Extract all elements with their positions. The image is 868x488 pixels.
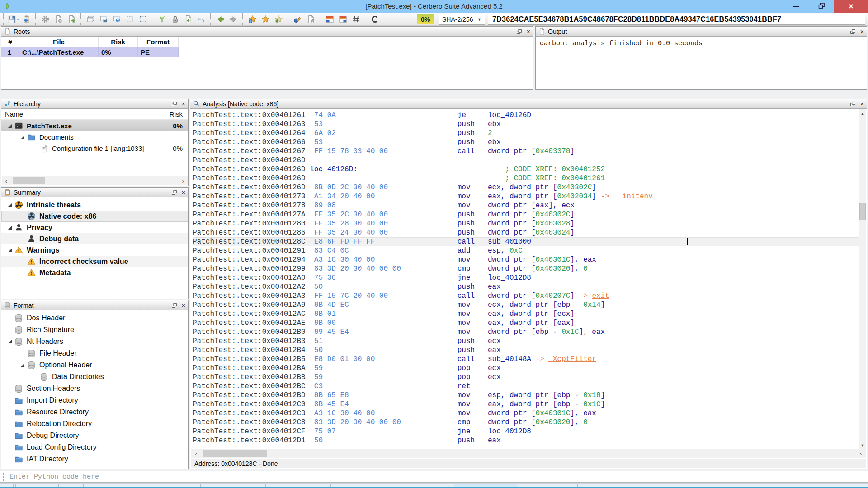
disasm-line[interactable]: PatchTest:.text:0x00401278 89 08 mov dwo… — [193, 201, 866, 210]
disasm-line[interactable]: PatchTest:.text:0x00401286 FF 35 24 30 4… — [193, 228, 866, 237]
format-item[interactable]: Rich Signature — [1, 324, 188, 336]
scroll-down-icon[interactable]: ▼ — [859, 442, 866, 449]
carbon-button[interactable] — [368, 14, 382, 25]
layout-a-button[interactable] — [323, 14, 336, 25]
hash-value-field[interactable]: 7D3624CAE5E34678B1A59C48678FC28D811BBDE8… — [488, 14, 865, 25]
window-refresh-button[interactable] — [110, 14, 123, 25]
drag-grip-icon[interactable] — [3, 473, 4, 481]
column-header-num[interactable]: # — [1, 37, 19, 47]
select-b-button[interactable] — [137, 14, 150, 25]
format-item[interactable]: Load Config Directory — [1, 441, 188, 453]
float-panel-icon[interactable] — [850, 29, 856, 35]
scroll-left-icon[interactable]: ‹ — [192, 449, 201, 458]
close-button[interactable]: × — [834, 0, 868, 13]
minimize-button[interactable] — [783, 0, 809, 13]
gear-button[interactable] — [39, 14, 52, 25]
disasm-line[interactable]: PatchTest:.text:0x004012C8 83 3D 20 30 4… — [193, 418, 866, 427]
close-panel-icon[interactable]: × — [527, 28, 530, 35]
disasm-line[interactable]: PatchTest:.text:0x004012CF 75 07 jne loc… — [193, 427, 866, 436]
summary-item[interactable]: Privacy — [1, 222, 188, 233]
column-header-format[interactable]: Format — [138, 37, 179, 47]
hierarchy-name-column-header[interactable]: Name — [5, 110, 23, 118]
disasm-line[interactable]: PatchTest:.text:0x00401267 FF 15 78 33 4… — [193, 147, 866, 156]
taskbar-segment[interactable] — [580, 484, 647, 488]
disasm-line[interactable]: PatchTest:.text:0x0040126D 8B 0D 2C 30 4… — [193, 183, 866, 192]
disasm-line[interactable]: PatchTest:.text:0x004012B3 51 push ecx — [193, 337, 866, 346]
float-panel-icon[interactable] — [171, 190, 177, 196]
disasm-line[interactable]: PatchTest:.text:0x00401266 53 push ebx — [193, 138, 866, 147]
disassembly-view[interactable]: PatchTest:.text:0x00401261 74 0A je loc_… — [191, 109, 866, 450]
disasm-line[interactable]: PatchTest:.text:0x0040126D ; CODE XREF: … — [193, 174, 866, 183]
taskbar-segment[interactable] — [333, 484, 387, 488]
disasm-line[interactable]: PatchTest:.text:0x004012BD 8B 65 E8 mov … — [193, 391, 866, 400]
format-item[interactable]: Debug Directory — [1, 430, 188, 441]
forward-button[interactable] — [227, 14, 240, 25]
hash-button[interactable] — [349, 14, 363, 25]
select-a-button[interactable] — [123, 14, 137, 25]
expander-icon[interactable] — [19, 363, 27, 367]
close-panel-icon[interactable]: × — [860, 101, 864, 107]
disasm-line[interactable]: PatchTest:.text:0x004012AE 8B 00 mov eax… — [193, 319, 866, 328]
disasm-line[interactable]: PatchTest:.text:0x00401280 FF 35 28 30 4… — [193, 219, 866, 228]
report-button[interactable] — [20, 14, 33, 25]
hash-algorithm-select[interactable]: SHA-2/256 ▼ — [439, 14, 485, 25]
hierarchy-item[interactable]: Documents — [1, 131, 188, 143]
disasm-line[interactable]: PatchTest:.text:0x004012B4 50 push eax — [193, 346, 866, 355]
disasm-line[interactable]: PatchTest:.text:0x0040127A FF 35 2C 30 4… — [193, 210, 866, 219]
back-button[interactable] — [214, 14, 227, 25]
disasm-line[interactable]: PatchTest:.text:0x004012A2 50 push eax — [193, 282, 866, 291]
format-item[interactable]: File Header — [1, 347, 188, 359]
disasm-line[interactable]: PatchTest:.text:0x004012AC 8B 01 mov eax… — [193, 310, 866, 319]
layout-b-button[interactable] — [336, 14, 349, 25]
disasm-line[interactable]: PatchTest:.text:0x004012A3 FF 15 7C 20 4… — [193, 291, 866, 300]
summary-item[interactable]: Incorrect checksum value — [1, 256, 188, 267]
sprout-button[interactable] — [156, 14, 169, 25]
file-plus-button[interactable] — [65, 14, 78, 25]
format-item[interactable]: Optional Header — [1, 359, 188, 371]
format-item[interactable]: Import Directory — [1, 394, 188, 406]
analysis-vscrollbar[interactable]: ▲ ▼ — [859, 109, 866, 450]
disasm-line[interactable]: PatchTest:.text:0x004012C0 8B 45 E4 mov … — [193, 400, 866, 409]
format-item[interactable]: Relocation Directory — [1, 418, 188, 430]
summary-item[interactable]: Warnings — [1, 244, 188, 256]
scroll-right-icon[interactable]: › — [856, 449, 865, 458]
disasm-line[interactable]: PatchTest:.text:0x00401291 83 C4 0C add … — [193, 246, 866, 255]
expander-icon[interactable] — [6, 203, 14, 207]
close-panel-icon[interactable]: × — [182, 189, 185, 196]
taskbar-segment[interactable] — [15, 484, 59, 488]
scan-edit-button[interactable] — [291, 14, 304, 25]
window-new-button[interactable] — [84, 14, 97, 25]
taskbar-segment[interactable] — [268, 484, 331, 488]
taskbar-segment[interactable] — [61, 484, 81, 488]
disasm-line[interactable]: PatchTest:.text:0x004012A0 75 36 jne loc… — [193, 273, 866, 282]
hscroll-thumb[interactable] — [203, 450, 267, 457]
format-item[interactable]: IAT Directory — [1, 453, 188, 465]
expander-icon[interactable] — [19, 136, 27, 139]
disasm-line[interactable]: PatchTest:.text:0x004012D1 50 push eax — [193, 436, 866, 445]
format-item[interactable]: Section Headers — [1, 383, 188, 394]
lock-button[interactable] — [169, 14, 182, 25]
expander-icon[interactable] — [6, 124, 14, 128]
close-panel-icon[interactable]: × — [182, 101, 185, 107]
star-globe-button[interactable] — [246, 14, 259, 25]
text-convert-button[interactable]: ax — [195, 14, 208, 25]
hierarchy-hscrollbar[interactable]: ‹ › — [2, 176, 188, 185]
disasm-line[interactable]: PatchTest:.text:0x004012BB 59 pop ecx — [193, 373, 866, 382]
python-code-input[interactable] — [9, 473, 823, 481]
format-item[interactable]: Dos Header — [1, 312, 188, 324]
scroll-up-icon[interactable]: ▲ — [859, 110, 866, 117]
disasm-line[interactable]: PatchTest:.text:0x0040128C E8 6F FD FF F… — [193, 237, 866, 246]
disasm-line[interactable]: PatchTest:.text:0x00401299 83 3D 20 30 4… — [193, 264, 866, 273]
format-item[interactable]: Data Directories — [1, 371, 188, 383]
disasm-line[interactable]: PatchTest:.text:0x00401264 6A 02 push 2 — [193, 129, 866, 138]
hierarchy-risk-column-header[interactable]: Risk — [170, 110, 183, 118]
taskbar-segment[interactable] — [389, 484, 452, 488]
hscroll-thumb[interactable] — [13, 177, 45, 184]
star-button[interactable] — [259, 14, 272, 25]
close-panel-icon[interactable]: × — [182, 302, 185, 309]
disasm-line[interactable]: PatchTest:.text:0x00401263 53 push ebx — [193, 120, 866, 129]
star-add-button[interactable] — [272, 14, 285, 25]
save-button[interactable]: ▾ — [7, 14, 20, 25]
float-panel-icon[interactable] — [171, 101, 177, 107]
restore-button[interactable] — [809, 0, 834, 13]
